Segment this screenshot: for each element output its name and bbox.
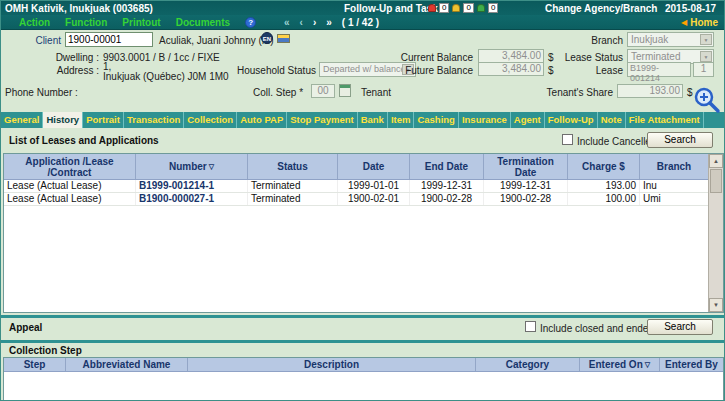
header-termination-date[interactable]: Termination Date [484,154,568,179]
cell-date: 1900-02-01 [338,193,410,205]
section-divider [1,315,725,318]
header-entered-on[interactable]: Entered On▽ [580,358,660,371]
tab-auto-pap[interactable]: Auto PAP [237,112,287,128]
search-leases-button[interactable]: Search [647,132,713,148]
tab-agent[interactable]: Agent [511,112,545,128]
tab-note[interactable]: Note [598,112,626,128]
cell-status: Terminated [248,193,338,205]
alarm-red-count: 0 [439,3,449,13]
include-closed-checkbox[interactable] [525,321,536,332]
header-category[interactable]: Category [476,358,580,371]
vertical-scrollbar[interactable]: ▲ ▼ [708,154,723,312]
tenant-share-label: Tenant's Share [521,87,613,98]
header-branch[interactable]: Branch [640,154,708,179]
header-number[interactable]: Number▽ [136,154,248,179]
section-divider [1,340,725,343]
nav-next-button[interactable]: › [313,17,316,28]
nav-prev-button[interactable]: ‹ [300,17,303,28]
collection-grid-header: Step Abbreviated Name Description Catego… [4,358,723,372]
header-application-lease-contract[interactable]: Application /Lease /Contract [4,154,136,179]
client-number-input[interactable] [65,32,153,47]
cell-type: Lease (Actual Lease) [4,193,136,205]
include-closed-label: Include closed and ended [540,323,654,334]
leases-grid-body: Lease (Actual Lease) B1999-001214-1 Term… [4,180,708,312]
cell-number-link[interactable]: B1900-000027-1 [136,193,248,205]
current-date: 2015-08-17 [665,3,716,14]
current-balance-field: 3,484.00 [478,49,544,63]
alarm-yellow-icon[interactable] [452,4,460,12]
branch-label: Branch [541,35,623,46]
cell-end-date: 1999-12-31 [410,180,484,192]
leases-section-title: List of Leases and Applications [9,135,159,146]
lease-status-label: Lease Status [557,52,623,63]
leases-grid: Application /Lease /Contract Number▽ Sta… [3,153,724,313]
collection-section-title: Collection Step [9,345,82,356]
dwelling-label: Dwelling : [21,52,99,63]
help-icon[interactable]: ? [245,17,256,28]
alarm-green-icon[interactable] [477,4,485,12]
tab-file-attachment[interactable]: File Attachment [626,112,704,128]
lease-label: Lease [557,65,623,76]
nav-last-button[interactable]: » [326,17,332,28]
menu-documents[interactable]: Documents [176,17,230,28]
lease-row[interactable]: Lease (Actual Lease) B1999-001214-1 Term… [4,180,708,193]
tab-cashing[interactable]: Cashing [414,112,458,128]
cell-termination-date: 1999-12-31 [484,180,568,192]
app-title: OMH Kativik, Inukjuak (003685) [5,3,153,14]
alarm-red-icon[interactable] [428,4,436,12]
cell-termination-date: 1900-02-28 [484,193,568,205]
cell-date: 1999-01-01 [338,180,410,192]
client-name: Aculiak, Juani Johnny (M) [159,35,274,46]
tab-item[interactable]: Item [388,112,415,128]
header-entered-by[interactable]: Entered By [660,358,723,371]
menu-function[interactable]: Function [65,17,107,28]
contact-card-icon[interactable] [277,34,290,43]
lease-row[interactable]: Lease (Actual Lease) B1900-000027-1 Term… [4,193,708,206]
header-description[interactable]: Description [188,358,476,371]
header-end-date[interactable]: End Date [410,154,484,179]
language-en-icon[interactable]: EN [261,32,273,44]
change-agency-link[interactable]: Change Agency/Branch [545,3,657,14]
header-abbreviated-name[interactable]: Abbreviated Name [66,358,188,371]
branch-dropdown: Inukjuak ▼ [627,32,714,47]
nav-first-button[interactable]: « [284,17,290,28]
scroll-down-icon[interactable]: ▼ [709,298,723,312]
title-bar: OMH Kativik, Inukjuak (003685) Follow-Up… [1,1,725,15]
dropdown-arrow-icon: ▼ [700,51,712,62]
lease-seq-field: 1 [693,62,714,77]
cell-number-link[interactable]: B1999-001214-1 [136,180,248,192]
tenant-share-currency: $ [687,87,693,98]
tab-transaction[interactable]: Transaction [124,112,184,128]
tab-collection[interactable]: Collection [184,112,237,128]
tab-general[interactable]: General [1,112,43,128]
tab-stop-payment[interactable]: Stop Payment [287,112,357,128]
header-step[interactable]: Step [4,358,66,371]
header-date[interactable]: Date [338,154,410,179]
search-appeal-button[interactable]: Search [647,319,713,335]
scroll-up-icon[interactable]: ▲ [709,154,723,168]
home-button[interactable]: ◀ Home [681,15,718,30]
tab-insurance[interactable]: Insurance [459,112,511,128]
home-arrow-icon: ◀ [681,19,687,27]
cell-branch: Umi [640,193,708,205]
cell-type: Lease (Actual Lease) [4,180,136,192]
zoom-icon[interactable] [693,86,721,114]
dwelling-value: 9903.0001 / B / 1cc / FIXE [103,52,220,63]
tab-bank[interactable]: Bank [358,112,388,128]
future-balance-field: 3,484.00 [478,62,544,76]
tab-portrait[interactable]: Portrait [83,112,124,128]
include-cancelled-checkbox[interactable] [562,134,573,145]
coll-step-calendar-icon[interactable] [339,84,351,97]
header-charge[interactable]: Charge $ [568,154,640,179]
followup-task-label: Follow-Up and Task [344,3,438,14]
scrollbar-thumb[interactable] [710,169,722,193]
tab-bar: General History Portrait Transaction Col… [1,112,725,128]
future-balance-label: Future Balance [389,65,473,76]
home-label: Home [690,17,718,28]
tab-history[interactable]: History [43,112,83,128]
header-status[interactable]: Status [248,154,338,179]
tab-follow-up[interactable]: Follow-Up [545,112,598,128]
appeal-section-title: Appeal [9,322,42,333]
menu-printout[interactable]: Printout [122,17,160,28]
menu-action[interactable]: Action [19,17,50,28]
